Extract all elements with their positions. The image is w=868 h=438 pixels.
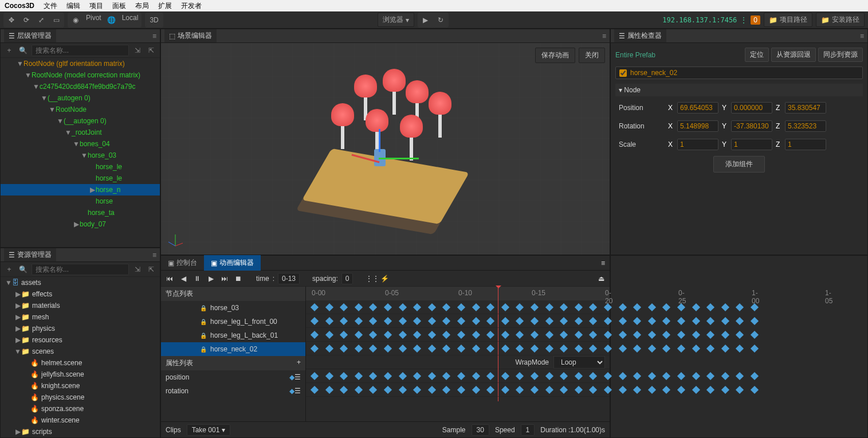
keyframe[interactable] bbox=[516, 345, 524, 353]
keyframe[interactable] bbox=[413, 372, 421, 380]
keyframe[interactable] bbox=[501, 386, 509, 394]
keyframe[interactable] bbox=[486, 386, 494, 394]
keyframe[interactable] bbox=[575, 345, 583, 353]
prev-frame-button[interactable]: ◀ bbox=[178, 275, 188, 283]
keyframe[interactable] bbox=[516, 303, 524, 311]
keyframe[interactable] bbox=[560, 317, 568, 325]
keyframe[interactable] bbox=[399, 386, 407, 394]
keyframe[interactable] bbox=[399, 317, 407, 325]
hierarchy-item[interactable]: ▼horse_03 bbox=[1, 150, 160, 161]
hierarchy-item[interactable]: ▼(__autogen 0) bbox=[1, 115, 160, 127]
refresh-button[interactable]: ↻ bbox=[434, 14, 447, 26]
hierarchy-item[interactable]: ▼RootNode bbox=[1, 104, 160, 115]
hierarchy-item[interactable]: ▶horse_n bbox=[1, 184, 160, 195]
anim-prop-row[interactable]: position◆ ☰ bbox=[161, 370, 305, 384]
keyframe[interactable] bbox=[355, 386, 363, 394]
scale-tool-button[interactable]: ⤢ bbox=[34, 14, 48, 26]
hierarchy-tree[interactable]: ▼RootNode (gltf orientation matrix)▼Root… bbox=[1, 58, 160, 247]
keyframe[interactable] bbox=[369, 317, 377, 325]
grid-icon[interactable]: ⋮⋮ bbox=[366, 275, 376, 283]
keyframe[interactable] bbox=[369, 372, 377, 380]
collapse-icon[interactable]: ⇱ bbox=[146, 265, 156, 273]
keyframe[interactable] bbox=[384, 386, 392, 394]
timeline-track[interactable] bbox=[306, 369, 610, 383]
keyframe[interactable] bbox=[545, 303, 553, 311]
keyframe[interactable] bbox=[501, 345, 509, 353]
panel-menu-icon[interactable]: ≡ bbox=[152, 251, 156, 259]
panel-menu-icon[interactable]: ≡ bbox=[860, 32, 864, 40]
keyframe[interactable] bbox=[545, 372, 553, 380]
keyframe[interactable] bbox=[325, 317, 333, 325]
timeline-track[interactable] bbox=[306, 342, 610, 355]
pause-button[interactable]: ⏸ bbox=[192, 275, 202, 283]
expand-icon[interactable]: ⇲ bbox=[132, 46, 143, 54]
keyframe[interactable] bbox=[428, 303, 436, 311]
timeline-track[interactable] bbox=[306, 383, 610, 397]
keyframe[interactable] bbox=[369, 331, 377, 339]
keyframe[interactable] bbox=[472, 372, 480, 380]
keyframe[interactable] bbox=[413, 345, 421, 353]
rotate-tool-button[interactable]: ⟳ bbox=[19, 14, 33, 26]
keyframe[interactable] bbox=[369, 386, 377, 394]
keyframe[interactable] bbox=[442, 317, 450, 325]
anim-node-row[interactable]: 🔒horse_03 bbox=[161, 301, 305, 315]
keyframe[interactable] bbox=[384, 372, 392, 380]
keyframe[interactable] bbox=[545, 317, 553, 325]
anim-node-row[interactable]: 🔒horse_leg_L_front_00 bbox=[161, 315, 305, 328]
keyframe[interactable] bbox=[384, 331, 392, 339]
keyframe[interactable] bbox=[501, 372, 509, 380]
hierarchy-item[interactable]: ▼RootNode (model correction matrix) bbox=[1, 69, 160, 81]
time-field[interactable]: 0-13 bbox=[278, 273, 300, 284]
node-section-header[interactable]: ▾ Node bbox=[615, 84, 863, 96]
keyframe[interactable] bbox=[545, 386, 553, 394]
keyframe[interactable] bbox=[384, 317, 392, 325]
keyframe[interactable] bbox=[516, 317, 524, 325]
asset-item[interactable]: ▶📁mesh bbox=[1, 311, 160, 323]
keyframe[interactable] bbox=[531, 303, 539, 311]
search-icon[interactable]: 🔍 bbox=[18, 265, 28, 273]
add-prop-icon[interactable]: + bbox=[297, 358, 301, 368]
move-tool-button[interactable]: ✥ bbox=[5, 14, 18, 26]
keyframe[interactable] bbox=[501, 331, 509, 339]
keyframe[interactable] bbox=[560, 331, 568, 339]
hierarchy-item[interactable]: ▼_rootJoint bbox=[1, 127, 160, 138]
scene-viewport[interactable]: 保存动画 关闭 bbox=[161, 43, 610, 255]
preview-dropdown[interactable]: 浏览器 ▾ bbox=[378, 13, 414, 27]
keyframe[interactable] bbox=[413, 303, 421, 311]
asset-item[interactable]: ▼🗄assets bbox=[1, 277, 160, 288]
keyframe[interactable] bbox=[340, 317, 348, 325]
keyframe[interactable] bbox=[472, 345, 480, 353]
keyframe[interactable] bbox=[560, 345, 568, 353]
anim-node-row[interactable]: 🔒horse_neck_02 bbox=[161, 342, 305, 356]
install-path-button[interactable]: 📁 安装路径 bbox=[816, 13, 865, 27]
save-animation-button[interactable]: 保存动画 bbox=[535, 48, 575, 63]
keyframe[interactable] bbox=[340, 303, 348, 311]
keyframe[interactable] bbox=[355, 345, 363, 353]
keyframe[interactable] bbox=[413, 331, 421, 339]
keyframe[interactable] bbox=[311, 372, 319, 380]
keyframe[interactable] bbox=[531, 372, 539, 380]
keyframe[interactable] bbox=[589, 372, 597, 380]
panel-menu-icon[interactable]: ≡ bbox=[602, 32, 606, 40]
keyframe[interactable] bbox=[486, 317, 494, 325]
hierarchy-item[interactable]: horse bbox=[1, 195, 160, 207]
keyframe[interactable] bbox=[545, 331, 553, 339]
rotation-x-input[interactable] bbox=[677, 120, 718, 132]
keyframe[interactable] bbox=[531, 317, 539, 325]
keyframe[interactable] bbox=[442, 331, 450, 339]
locate-button[interactable]: 定位 bbox=[745, 48, 769, 62]
wrapmode-select[interactable]: Loop bbox=[553, 356, 605, 369]
asset-item[interactable]: 🔥physics.scene bbox=[1, 392, 160, 403]
keyframe[interactable] bbox=[325, 331, 333, 339]
sample-field[interactable]: 30 bbox=[472, 424, 489, 436]
scale-z-input[interactable] bbox=[785, 139, 826, 150]
keyframe[interactable] bbox=[589, 345, 597, 353]
scale-x-input[interactable] bbox=[677, 139, 718, 150]
keyframe[interactable] bbox=[442, 386, 450, 394]
keyframe[interactable] bbox=[472, 303, 480, 311]
keyframe[interactable] bbox=[472, 386, 480, 394]
keyframe[interactable] bbox=[355, 317, 363, 325]
scale-y-input[interactable] bbox=[731, 139, 772, 150]
keyframe[interactable] bbox=[384, 345, 392, 353]
animation-editor-tab[interactable]: ▣ 动画编辑器 bbox=[204, 255, 261, 271]
